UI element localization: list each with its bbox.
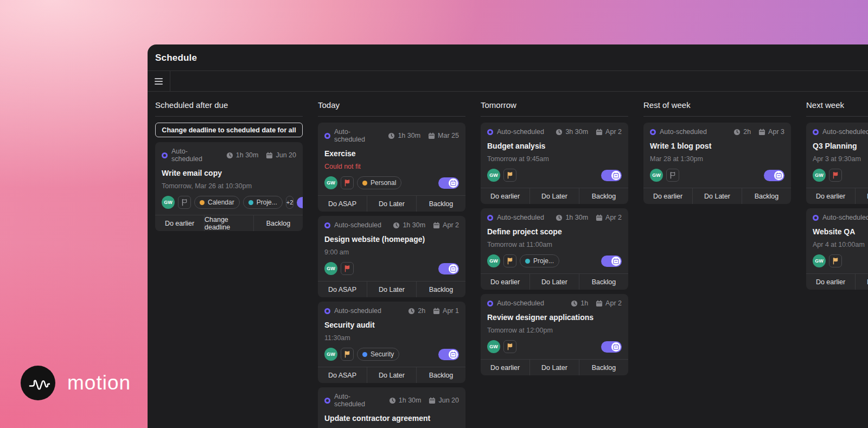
task-card[interactable]: Auto-scheduled1h 30mApr 2Design website … bbox=[318, 216, 465, 297]
assignee-avatar[interactable]: GW bbox=[487, 169, 500, 182]
auto-schedule-toggle[interactable] bbox=[601, 170, 622, 181]
change-deadline-all-button[interactable]: Change deadline to scheduled date for al… bbox=[155, 123, 303, 137]
duration-chip[interactable]: 2h bbox=[408, 307, 425, 315]
auto-schedule-toggle[interactable] bbox=[601, 255, 622, 267]
action-do-later-button[interactable]: Do Later bbox=[855, 188, 868, 204]
action-do-asap-button[interactable]: Do ASAP bbox=[318, 367, 367, 383]
task-card[interactable]: Auto-scheduled1h 30mJun 20Update contrac… bbox=[318, 387, 465, 428]
label-chip[interactable]: Personal bbox=[357, 176, 401, 189]
action-do-earlier-button[interactable]: Do earlier bbox=[806, 188, 855, 204]
priority-flag-button[interactable] bbox=[341, 348, 354, 361]
task-title[interactable]: Write email copy bbox=[155, 169, 303, 177]
auto-scheduled-icon[interactable] bbox=[324, 133, 330, 139]
auto-scheduled-icon[interactable] bbox=[324, 398, 330, 404]
action-do-later-button[interactable]: Do Later bbox=[367, 367, 416, 383]
duration-chip[interactable]: 1h 30m bbox=[556, 214, 588, 221]
duration-chip[interactable]: 1h 30m bbox=[393, 221, 425, 229]
action-do-later-button[interactable]: Do Later bbox=[692, 188, 742, 204]
due-date-chip[interactable]: Apr 2 bbox=[596, 214, 622, 221]
priority-flag-button[interactable] bbox=[341, 262, 354, 275]
duration-chip[interactable]: 1h 30m bbox=[388, 132, 420, 139]
menu-button[interactable] bbox=[148, 71, 170, 91]
label-chip[interactable]: Proje... bbox=[243, 196, 283, 209]
action-do-later-button[interactable]: Do Later bbox=[529, 274, 579, 290]
auto-schedule-toggle[interactable] bbox=[438, 349, 459, 360]
action-backlog-button[interactable]: Backlog bbox=[253, 215, 303, 231]
auto-schedule-toggle[interactable] bbox=[764, 170, 784, 181]
task-card[interactable]: Auto-scheduledWebsite QAApr 4 at 10:00am… bbox=[806, 208, 868, 290]
task-title[interactable]: Review designer applications bbox=[481, 313, 628, 322]
auto-schedule-toggle[interactable] bbox=[297, 197, 303, 208]
task-card[interactable]: Auto-scheduled1h 30mApr 2Define project … bbox=[481, 208, 628, 290]
assignee-avatar[interactable]: GW bbox=[487, 340, 500, 353]
label-chip[interactable]: Proje... bbox=[520, 254, 559, 267]
duration-chip[interactable]: 1h bbox=[571, 299, 588, 307]
duration-chip[interactable]: 1h 30m bbox=[226, 151, 259, 159]
label-chip[interactable]: Calendar bbox=[194, 196, 240, 209]
assignee-avatar[interactable]: GW bbox=[324, 262, 337, 275]
auto-scheduled-icon[interactable] bbox=[813, 215, 819, 221]
auto-scheduled-icon[interactable] bbox=[650, 129, 656, 135]
task-title[interactable]: Website QA bbox=[806, 227, 868, 236]
assignee-avatar[interactable]: GW bbox=[813, 169, 826, 182]
duration-chip[interactable]: 3h 30m bbox=[556, 128, 588, 136]
action-do-earlier-button[interactable]: Do earlier bbox=[643, 188, 692, 204]
task-title[interactable]: Design website (homepage) bbox=[318, 235, 465, 244]
duration-chip[interactable]: 1h 30m bbox=[389, 397, 422, 404]
task-title[interactable]: Q3 Planning bbox=[806, 142, 868, 150]
priority-flag-button[interactable] bbox=[829, 254, 842, 267]
auto-scheduled-icon[interactable] bbox=[487, 129, 493, 135]
task-card[interactable]: Auto-scheduled1hApr 2Review designer app… bbox=[481, 294, 628, 375]
task-title[interactable]: Budget analysis bbox=[481, 142, 628, 150]
auto-schedule-toggle[interactable] bbox=[601, 341, 622, 353]
priority-flag-button[interactable] bbox=[503, 169, 516, 182]
assignee-avatar[interactable]: GW bbox=[324, 348, 337, 361]
due-date-chip[interactable]: Jun 20 bbox=[266, 151, 296, 159]
action-do-later-button[interactable]: Do Later bbox=[529, 360, 579, 375]
task-title[interactable]: Exercise bbox=[318, 149, 465, 158]
priority-flag-button[interactable] bbox=[503, 254, 516, 267]
due-date-chip[interactable]: Apr 3 bbox=[758, 128, 784, 136]
action-do-asap-button[interactable]: Do ASAP bbox=[318, 196, 367, 212]
task-title[interactable]: Write 1 blog post bbox=[643, 142, 791, 150]
assignee-avatar[interactable]: GW bbox=[324, 176, 337, 189]
action-backlog-button[interactable]: Backlog bbox=[416, 282, 465, 297]
due-date-chip[interactable]: Apr 2 bbox=[596, 128, 622, 136]
action-backlog-button[interactable]: Backlog bbox=[416, 196, 465, 212]
auto-scheduled-icon[interactable] bbox=[487, 301, 493, 306]
task-title[interactable]: Security audit bbox=[318, 321, 465, 329]
due-date-chip[interactable]: Apr 2 bbox=[596, 299, 622, 307]
auto-scheduled-icon[interactable] bbox=[487, 215, 493, 221]
more-labels-chip[interactable]: +2 bbox=[286, 196, 294, 209]
priority-flag-button[interactable] bbox=[178, 196, 191, 209]
task-card[interactable]: Auto-scheduled1h 30mJun 20Write email co… bbox=[155, 142, 303, 231]
task-title[interactable]: Define project scope bbox=[481, 227, 628, 236]
action-do-asap-button[interactable]: Do ASAP bbox=[318, 282, 367, 297]
label-chip[interactable]: Security bbox=[357, 348, 399, 361]
action-do-earlier-button[interactable]: Do earlier bbox=[155, 215, 204, 231]
due-date-chip[interactable]: Jun 20 bbox=[429, 397, 459, 404]
action-do-earlier-button[interactable]: Do earlier bbox=[481, 360, 529, 375]
action-do-later-button[interactable]: Do Later bbox=[367, 196, 416, 212]
auto-scheduled-icon[interactable] bbox=[324, 308, 330, 314]
duration-chip[interactable]: 2h bbox=[733, 128, 751, 136]
task-title[interactable]: Update contractor agreement bbox=[318, 414, 465, 423]
priority-flag-button[interactable] bbox=[666, 169, 679, 182]
auto-scheduled-icon[interactable] bbox=[324, 222, 330, 228]
action-do-earlier-button[interactable]: Do earlier bbox=[481, 188, 529, 204]
priority-flag-button[interactable] bbox=[503, 340, 516, 353]
action-backlog-button[interactable]: Backlog bbox=[579, 274, 628, 290]
action-do-later-button[interactable]: Do Later bbox=[855, 274, 868, 290]
task-card[interactable]: Auto-scheduled2hApr 3Write 1 blog postMa… bbox=[643, 123, 791, 204]
due-date-chip[interactable]: Mar 25 bbox=[428, 132, 459, 139]
task-card[interactable]: Auto-scheduled1h 30mMar 25ExerciseCould … bbox=[318, 123, 465, 212]
due-date-chip[interactable]: Apr 2 bbox=[433, 221, 459, 229]
action-backlog-button[interactable]: Backlog bbox=[579, 188, 628, 204]
action-do-earlier-button[interactable]: Do earlier bbox=[806, 274, 855, 290]
task-card[interactable]: Auto-scheduled2hApr 1Security audit11:30… bbox=[318, 302, 465, 383]
auto-scheduled-icon[interactable] bbox=[813, 129, 819, 135]
action-backlog-button[interactable]: Backlog bbox=[579, 360, 628, 375]
due-date-chip[interactable]: Apr 1 bbox=[433, 307, 459, 315]
action-change-deadline-button[interactable]: Change deadline bbox=[204, 215, 253, 231]
assignee-avatar[interactable]: GW bbox=[813, 254, 826, 267]
